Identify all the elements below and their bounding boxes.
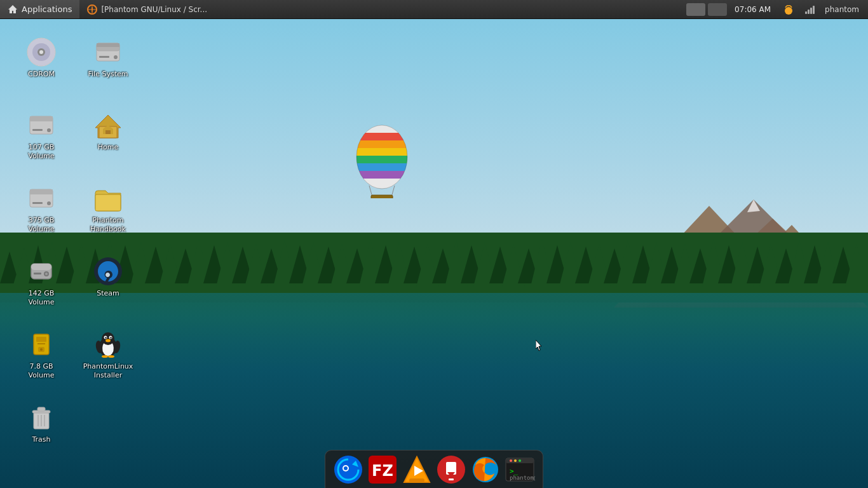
svg-point-114	[40, 348, 43, 351]
svg-point-101	[47, 201, 51, 205]
svg-rect-129	[37, 407, 45, 411]
taskbar-right: 07:06 AM phantom	[686, 0, 868, 18]
svg-rect-96	[32, 129, 43, 131]
svg-point-148	[510, 459, 512, 462]
dock: FZ	[325, 450, 543, 488]
svg-rect-100	[30, 189, 53, 194]
svg-point-120	[105, 337, 106, 338]
dock-icon-terminal[interactable]: >_ phantom@pc	[505, 454, 535, 485]
workspace-button-1[interactable]	[686, 3, 705, 16]
desktop-icon-142gb[interactable]: 142 GB Volume	[13, 251, 70, 321]
svg-text:phantom@pc: phantom@pc	[510, 475, 535, 481]
desktop-icon-trash[interactable]: Trash	[13, 397, 70, 467]
dock-icon-gtk-installer[interactable]	[436, 454, 466, 485]
svg-point-107	[45, 273, 48, 275]
username-display[interactable]: phantom	[821, 0, 863, 18]
desktop-icon-phantomlinux-installer[interactable]: PhantomLinux Installer	[79, 324, 137, 394]
svg-point-117	[102, 332, 114, 345]
dock-icon-firefox[interactable]	[470, 454, 501, 485]
hot-air-balloon	[353, 122, 410, 201]
svg-rect-92	[99, 56, 109, 58]
svg-rect-70	[353, 140, 410, 148]
svg-rect-69	[353, 133, 410, 140]
svg-rect-98	[105, 130, 111, 134]
clock[interactable]: 07:06 AM	[729, 0, 776, 18]
svg-rect-139	[409, 478, 424, 482]
weather-icon	[778, 0, 799, 18]
desktop-icons-area: CDROM File System	[6, 25, 159, 470]
svg-point-150	[519, 459, 521, 462]
svg-point-122	[105, 339, 111, 342]
svg-point-123	[102, 355, 108, 358]
svg-point-82	[785, 7, 792, 15]
svg-rect-74	[353, 171, 410, 179]
applications-label: Applications	[22, 4, 72, 14]
svg-rect-144	[449, 478, 454, 480]
taskbar: Applications [Phantom GNU/Linux / Scr...…	[0, 0, 868, 19]
svg-point-121	[110, 337, 111, 338]
desktop-icon-filesystem[interactable]: File System	[79, 32, 137, 102]
dock-icon-filezilla[interactable]: FZ	[367, 454, 398, 485]
dock-icon-vlc[interactable]	[402, 454, 432, 485]
desktop-icon-7.8gb[interactable]: 7.8 GB Volume	[13, 324, 70, 394]
svg-point-135	[344, 466, 348, 470]
svg-rect-111	[36, 337, 46, 342]
svg-rect-75	[353, 179, 410, 188]
svg-rect-103	[95, 194, 121, 211]
desktop-icon-steam[interactable]: Steam	[79, 251, 137, 321]
signal-strength	[801, 0, 818, 18]
applications-menu[interactable]: Applications	[0, 0, 79, 18]
desktop-icon-home[interactable]: Home	[79, 105, 137, 175]
active-window[interactable]: [Phantom GNU/Linux / Scr...	[79, 0, 215, 18]
svg-rect-90	[97, 43, 119, 47]
svg-rect-105	[31, 264, 51, 270]
svg-rect-71	[353, 148, 410, 156]
svg-point-91	[114, 55, 118, 59]
svg-rect-73	[353, 163, 410, 171]
workspace-button-2[interactable]	[708, 3, 727, 16]
svg-rect-72	[353, 156, 410, 163]
desktop-icon-phantom-handbook[interactable]: Phantom Handbook	[79, 178, 137, 248]
svg-rect-79	[371, 195, 393, 198]
svg-rect-102	[32, 202, 43, 204]
svg-point-95	[47, 128, 51, 132]
desktop-icon-107gb[interactable]: 107 GB Volume	[13, 105, 70, 175]
desktop-icon-cdrom[interactable]: CDROM	[13, 32, 70, 102]
active-window-label: [Phantom GNU/Linux / Scr...	[101, 5, 207, 14]
dock-icon-thunderbird[interactable]	[333, 454, 363, 485]
svg-point-86	[39, 50, 43, 54]
svg-rect-94	[30, 116, 53, 121]
svg-text:FZ: FZ	[372, 462, 393, 480]
svg-point-149	[514, 459, 517, 462]
home-icon	[8, 4, 18, 15]
svg-rect-108	[34, 273, 41, 274]
svg-point-124	[108, 355, 114, 358]
svg-rect-113	[37, 343, 45, 344]
svg-rect-68	[353, 125, 410, 133]
browser-icon	[87, 4, 97, 15]
desktop: Applications [Phantom GNU/Linux / Scr...…	[0, 0, 868, 488]
desktop-icon-375gb[interactable]: 375 GB Volume	[13, 178, 70, 248]
